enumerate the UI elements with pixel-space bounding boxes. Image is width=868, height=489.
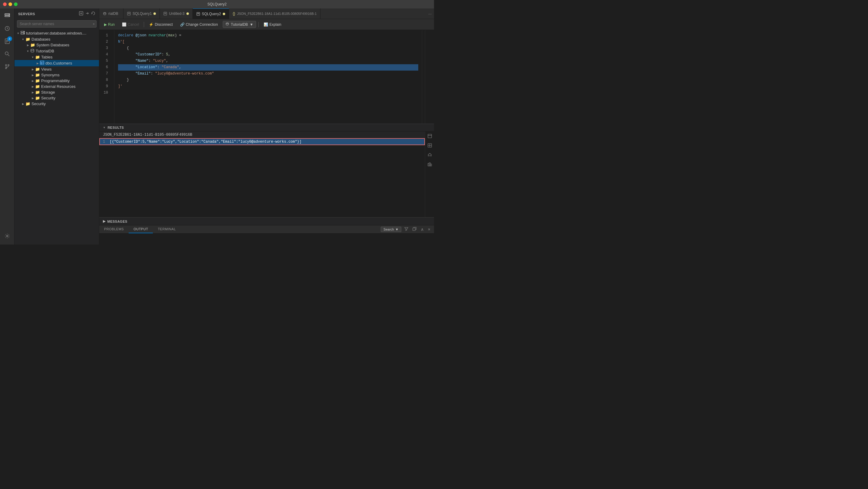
- tab-label-untitled3: Untitled-3: [169, 11, 184, 16]
- tree-label-tutorialdb: TutorialDB: [36, 49, 54, 53]
- results-icon-1[interactable]: [427, 133, 433, 140]
- window-controls[interactable]: [3, 2, 18, 6]
- panel-tabs: PROBLEMS OUTPUT TERMINAL Search ▼: [99, 225, 434, 234]
- tab-terminal-label: TERMINAL: [158, 227, 176, 231]
- tree-label-programmability: Programmability: [41, 79, 70, 83]
- tree-label-security-db: Security: [41, 96, 55, 100]
- search-label: Search: [383, 228, 394, 231]
- panel-filter-icon[interactable]: [403, 226, 409, 233]
- messages-header[interactable]: ▶ MESSAGES: [99, 218, 434, 225]
- results-section: ▼ RESULTS JSON_F52E2B61-18A1-11d1-B105-0…: [99, 124, 434, 218]
- line-num-3: 3: [99, 45, 111, 52]
- tree-item-tutorialdb[interactable]: ▼ TutorialDB: [14, 48, 99, 54]
- tree-label-external-resources: External Resources: [41, 84, 75, 89]
- tab-output[interactable]: OUTPUT: [129, 225, 153, 233]
- tree-item-tables[interactable]: ▼ 📁 Tables: [14, 54, 99, 60]
- tab-untitled3[interactable]: Untitled-3: [160, 8, 192, 19]
- tab-terminal[interactable]: TERMINAL: [153, 225, 181, 233]
- cancel-icon: ⬜: [122, 22, 126, 27]
- query-activity-icon[interactable]: 3: [1, 35, 13, 47]
- title-bar: SQLQuery2: [0, 0, 434, 8]
- svg-point-2: [9, 14, 9, 15]
- code-line-7: "Email": "lucy0@adventure-works.com": [118, 70, 418, 77]
- new-query-icon[interactable]: [79, 11, 83, 17]
- cancel-button[interactable]: ⬜ Cancel: [120, 22, 141, 28]
- search-clear-icon[interactable]: ×: [93, 22, 95, 26]
- database-selector[interactable]: TutorialDB ▼: [223, 21, 256, 28]
- row-value: [{"CustomerID":5,"Name":"Lucy","Location…: [110, 140, 302, 144]
- svg-rect-39: [428, 134, 432, 138]
- history-activity-icon[interactable]: [1, 22, 13, 34]
- maximize-button[interactable]: [14, 2, 18, 6]
- messages-collapse-arrow: ▶: [103, 219, 105, 223]
- results-header[interactable]: ▼ RESULTS: [99, 124, 434, 132]
- tree-item-storage[interactable]: ▶ 📁 Storage: [14, 89, 99, 95]
- results-column-header: JSON_F52E2B61-18A1-11d1-B105-00805F49916…: [99, 132, 425, 139]
- servers-activity-icon[interactable]: [1, 10, 13, 22]
- change-connection-button[interactable]: 🔗 Change Connection: [178, 22, 220, 28]
- tree-item-security-db[interactable]: ▶ 📁 Security: [14, 95, 99, 101]
- tree-item-databases[interactable]: ▼ 📁 Databases: [14, 36, 99, 42]
- tree-arrow-system-databases: ▶: [25, 44, 30, 47]
- toolbar-separator-2: [258, 22, 259, 27]
- line-num-2: 2: [99, 39, 111, 45]
- tab-label-rialdb: rialDB: [108, 11, 118, 16]
- panel-search[interactable]: Search ▼: [381, 227, 401, 232]
- search-input[interactable]: [17, 20, 97, 28]
- close-button[interactable]: [3, 2, 7, 6]
- tree-label-databases: Databases: [31, 37, 50, 41]
- results-label: RESULTS: [107, 126, 124, 130]
- change-connection-label: Change Connection: [186, 22, 218, 27]
- code-content[interactable]: declare @json nvarchar(max) = N'[ { "Cus…: [115, 30, 422, 124]
- tab-rialdb[interactable]: rialDB: [99, 8, 123, 19]
- tree-item-views[interactable]: ▶ 📁 Views: [14, 66, 99, 72]
- tree-item-external-resources[interactable]: ▶ 📁 External Resources: [14, 84, 99, 89]
- panel-copy-icon[interactable]: [411, 226, 417, 233]
- window-title: SQLQuery2: [207, 2, 226, 6]
- results-icon-4[interactable]: [427, 161, 433, 169]
- db-selector-icon: [225, 22, 229, 27]
- minimize-button[interactable]: [8, 2, 12, 6]
- table-icon: [40, 61, 44, 66]
- storage-folder-icon: 📁: [35, 90, 40, 94]
- explain-button[interactable]: 📊 Explain: [261, 22, 284, 28]
- refresh-icon[interactable]: [91, 11, 95, 17]
- tab-json[interactable]: {} JSON_F52E2B61-18A1-11d1-B105-00805F49…: [229, 8, 320, 19]
- panel-up-icon[interactable]: ∧: [420, 226, 425, 233]
- panel-search-dropdown-icon: ▼: [395, 228, 399, 231]
- results-icon-3[interactable]: [427, 151, 433, 159]
- tree-arrow-external-resources: ▶: [30, 85, 35, 88]
- tree-item-synonyms[interactable]: ▶ 📁 Synonyms: [14, 72, 99, 78]
- tabs-more-button[interactable]: ···: [426, 8, 434, 19]
- tab-problems[interactable]: PROBLEMS: [99, 225, 129, 233]
- tree-arrow-security-db: ▶: [30, 97, 35, 100]
- tree-item-programmability[interactable]: ▶ 📁 Programmability: [14, 78, 99, 84]
- results-collapse-arrow: ▼: [103, 126, 105, 129]
- tab-sqlquery1[interactable]: SQLQuery1: [123, 8, 160, 19]
- git-activity-icon[interactable]: [1, 61, 13, 73]
- tab-sqlquery2[interactable]: SQLQuery2: [193, 8, 229, 19]
- tree-item-security-server[interactable]: ▶ 📁 Security: [14, 101, 99, 107]
- search-activity-icon[interactable]: [1, 48, 13, 60]
- tabs-bar: rialDB SQLQuery1 Untitled-3 SQLQuery2 {}…: [99, 8, 434, 19]
- security-db-folder-icon: 📁: [35, 96, 40, 100]
- settings-activity-icon[interactable]: [1, 230, 13, 242]
- panel-close-icon[interactable]: ×: [427, 226, 432, 233]
- run-label: Run: [108, 22, 115, 27]
- run-button[interactable]: ▶ Run: [102, 22, 117, 28]
- tree-arrow-tutorialdb: ▼: [25, 50, 30, 53]
- tab-dot-sqlquery2: [223, 13, 225, 15]
- tutorialdb-icon: [30, 49, 34, 54]
- code-editor: 1 2 3 4 5 6 7 8 9 10 declare @json nvarc…: [99, 30, 434, 124]
- json-tab-icon: {}: [233, 11, 235, 16]
- tree-item-system-databases[interactable]: ▶ 📁 System Databases: [14, 42, 99, 48]
- tree-item-server[interactable]: ▼ tutorialserver.database.windows....: [14, 30, 99, 36]
- disconnect-button[interactable]: ⚡ Disconnect: [147, 22, 175, 28]
- table-row[interactable]: 1 [{"CustomerID":5,"Name":"Lucy","Locati…: [99, 138, 425, 145]
- tree-item-dbo-customers[interactable]: ▶ dbo.Customers: [14, 60, 99, 66]
- tree-label-dbo-customers: dbo.Customers: [45, 61, 72, 65]
- sidebar-header-actions: [79, 11, 95, 17]
- disconnect-icon[interactable]: [85, 11, 89, 17]
- code-line-8: }: [118, 77, 418, 83]
- results-icon-2[interactable]: [427, 142, 433, 150]
